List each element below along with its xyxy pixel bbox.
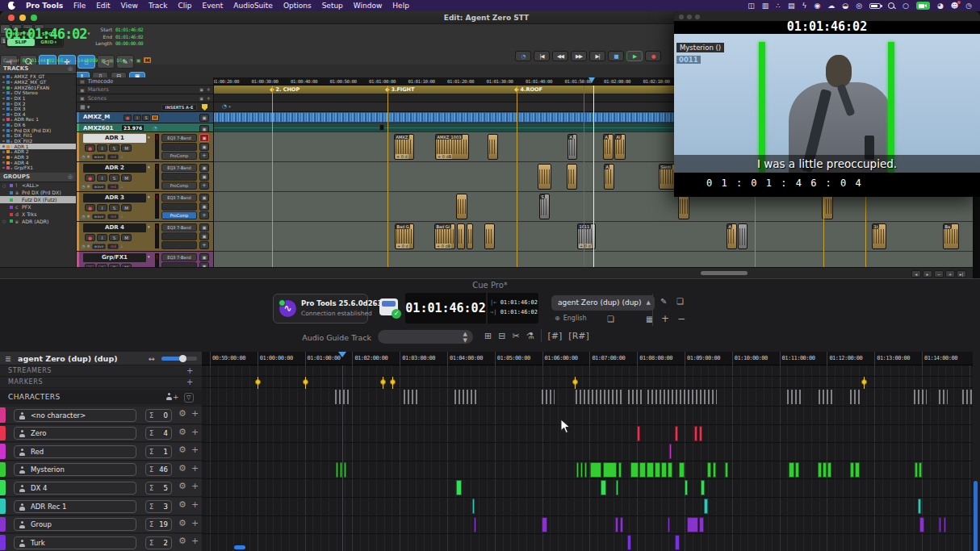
add-cue-for-character-button[interactable]: + — [191, 536, 199, 546]
audio-clip[interactable] — [538, 164, 551, 190]
cue-block[interactable] — [668, 517, 670, 532]
markers-row[interactable]: MARKERS+ — [0, 377, 202, 388]
menu-edit[interactable]: Edit — [96, 2, 110, 10]
record-enable-button[interactable]: ● — [85, 204, 95, 211]
cue-block[interactable] — [647, 462, 654, 478]
insert-procomp[interactable]: ProComp — [161, 152, 197, 160]
cue-block[interactable] — [336, 462, 338, 478]
scroll-right-button[interactable]: ▸ — [923, 270, 932, 278]
audio-clip-amxz[interactable]: AMXZ+ 0 d — [394, 134, 414, 160]
character-settings-button[interactable]: ⚙ — [178, 481, 186, 491]
waveform-view-selector[interactable]: wave — [92, 154, 107, 161]
cue-lane-zero[interactable] — [202, 425, 973, 444]
add-streamer-button[interactable]: + — [186, 365, 194, 377]
menu-window[interactable]: Window — [354, 2, 383, 10]
sidebar-track-ov-stereo[interactable]: ▸OV Stereo — [0, 90, 76, 96]
cue-block[interactable] — [637, 426, 640, 441]
menu-app-name[interactable]: Pro Tools — [26, 2, 63, 10]
menu-track[interactable]: Track — [149, 2, 168, 10]
track-io-button[interactable]: ▣ — [199, 253, 209, 261]
menu-clip[interactable]: Clip — [178, 2, 192, 10]
character-settings-button[interactable]: ⚙ — [178, 427, 186, 437]
input-monitor-button[interactable]: I — [97, 174, 107, 182]
insert-procomp[interactable]: ProComp — [161, 211, 197, 219]
cue-block[interactable] — [918, 499, 921, 514]
add-marker-button[interactable]: + — [186, 377, 194, 388]
audio-clip[interactable] — [678, 194, 689, 219]
sidebar-track-dx-2[interactable]: ▸DX 2 — [0, 101, 76, 106]
character-row-zero[interactable]: ZeroΣ4⚙+ — [0, 425, 202, 443]
insert-eq3-7-band[interactable]: EQ3 7-Band — [161, 194, 197, 202]
track-options-button[interactable]: ▣ — [199, 125, 209, 132]
character-name-field[interactable]: Mysterion — [14, 463, 136, 476]
insert-eq3-7-band[interactable]: EQ3 7-Band — [161, 223, 197, 232]
cue-block[interactable] — [707, 462, 711, 478]
cue-lane-group[interactable] — [202, 516, 973, 535]
playhead-marker[interactable] — [588, 77, 595, 83]
menu-event[interactable]: Event — [203, 2, 224, 10]
add-insert-button[interactable]: + — [199, 152, 209, 160]
sidebar-group-futz-dx-futz[interactable]: bFutz DX (Futz) — [0, 196, 76, 203]
sidebar-track-adr-rec-1[interactable]: ▸ADR Rec 1 — [0, 117, 76, 123]
marker-4-roof[interactable]: ◆4.ROOF — [514, 86, 542, 94]
language-indicator[interactable]: ⊕English — [555, 315, 587, 322]
sidebar-track-adr-4[interactable]: ▸ADR 4 — [0, 160, 76, 165]
track-s-button[interactable]: S — [142, 115, 150, 121]
cue-block[interactable] — [823, 462, 827, 478]
vertical-scrollbar[interactable] — [974, 481, 978, 551]
sidebar-track-dx-fill1[interactable]: ▸DX_Fill1 — [0, 133, 76, 139]
add-cue-button[interactable]: ⊞ — [484, 331, 492, 341]
cue-marker-pin[interactable] — [303, 379, 308, 385]
streamers-row[interactable]: STREAMERS+ — [0, 365, 202, 377]
solo-button[interactable]: S — [109, 234, 119, 241]
track-comments-button[interactable]: ▣ — [199, 232, 209, 240]
cue-block[interactable] — [620, 517, 623, 532]
zoom-in-button[interactable]: + — [945, 270, 955, 278]
add-scene-button[interactable]: + — [207, 95, 211, 102]
cue-block[interactable] — [919, 462, 922, 478]
cue-block[interactable] — [615, 517, 618, 532]
cue-marker-pin[interactable] — [861, 379, 867, 385]
insert-eq3-7-band[interactable]: EQ3 7-Band — [161, 134, 197, 142]
filter-icon[interactable]: ▽ — [184, 393, 194, 403]
input-monitor-button[interactable]: I — [97, 234, 107, 241]
audio-clip-al[interactable]: Al — [614, 134, 626, 160]
track-header-amxz-m[interactable]: AMXZ_M●ISM▣ — [77, 112, 213, 123]
guide-track-lane[interactable] — [202, 388, 973, 407]
cue-block[interactable] — [618, 462, 622, 478]
add-cue-for-character-button[interactable]: + — [191, 499, 199, 510]
track-header-adr-1[interactable]: ADR 1▾●ISM◔✱wavered⊥EQ3 7-Band·ProComp▣▣… — [77, 132, 213, 162]
character-name-field[interactable]: Turk — [14, 536, 136, 549]
character-name-field[interactable]: DX 4 — [14, 482, 136, 495]
audio-clip-a[interactable]: A — [727, 223, 737, 249]
cue-block[interactable] — [687, 517, 698, 532]
audio-clip-amxz-1003[interactable]: AMXZ_1003+ 0 dB — [435, 134, 469, 160]
cue-block[interactable] — [661, 462, 667, 478]
copy-cue-button[interactable]: ❏ — [676, 297, 684, 306]
cue-block[interactable] — [679, 462, 685, 478]
inserts-header[interactable]: INSERTS A-E — [161, 104, 197, 111]
audio-clip-bad-g[interactable]: Bad G+ 0 d — [395, 223, 414, 249]
character-row-no-character[interactable]: <no character>Σ0⚙+ — [0, 407, 202, 424]
cue-block[interactable] — [939, 517, 941, 532]
marker-2-chop[interactable]: ◆2. CHOP — [270, 86, 299, 94]
go-to-end-button[interactable]: ▶| — [589, 51, 605, 61]
track-name[interactable]: ADR 3 — [83, 194, 146, 202]
cue-block[interactable] — [701, 480, 705, 495]
waveform-view-selector[interactable]: wave — [92, 244, 107, 250]
record-button[interactable]: ● — [645, 51, 661, 61]
cue-lane-adr-rec-1[interactable] — [202, 498, 973, 516]
track-io-button[interactable]: ▣ — [199, 134, 209, 142]
cue-block[interactable] — [601, 480, 606, 495]
playlist-color-selector[interactable]: red — [107, 184, 118, 190]
video-close-button[interactable] — [679, 15, 684, 19]
cue-marker-pin[interactable] — [572, 379, 578, 385]
sidebar-group-prd-dx-prd-dx[interactable]: aPrd DX (Prd DX) — [0, 189, 76, 196]
character-row-turk[interactable]: TurkΣ2⚙+ — [0, 534, 202, 551]
remove-button[interactable]: − — [677, 313, 685, 324]
insert-empty-slot[interactable]: · — [161, 241, 197, 249]
add-cue-for-character-button[interactable]: + — [191, 445, 199, 455]
track-name[interactable]: ADR 4 — [83, 223, 146, 232]
insert-empty-slot[interactable]: · — [161, 232, 197, 240]
columns-icon[interactable]: ▥ — [762, 2, 769, 10]
